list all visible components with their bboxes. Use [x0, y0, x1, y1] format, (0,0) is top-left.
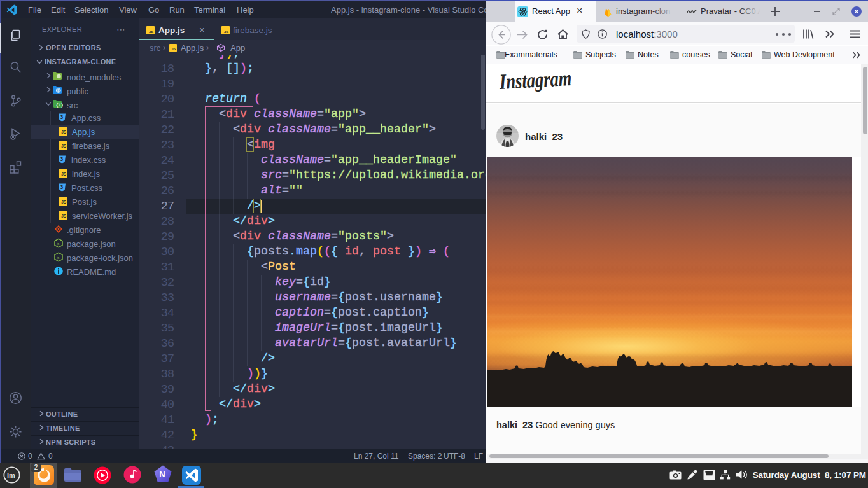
svg-text:3: 3 — [60, 114, 64, 120]
svg-text:JS: JS — [224, 30, 228, 34]
svg-text:JS: JS — [61, 172, 67, 176]
svg-text:JS: JS — [61, 214, 67, 218]
svg-text:JS: JS — [172, 47, 176, 51]
svg-text:3: 3 — [60, 184, 64, 190]
svg-text:js: js — [56, 256, 59, 260]
svg-text:JS: JS — [61, 200, 67, 204]
svg-text:JS: JS — [61, 130, 67, 134]
svg-text:js: js — [56, 242, 59, 246]
svg-text:lm: lm — [7, 471, 15, 479]
svg-text:3: 3 — [60, 156, 64, 162]
svg-text:N: N — [159, 470, 165, 479]
svg-text:JS: JS — [149, 30, 153, 34]
svg-text:❬/❭: ❬/❭ — [55, 102, 63, 108]
svg-text:JS: JS — [61, 144, 67, 148]
